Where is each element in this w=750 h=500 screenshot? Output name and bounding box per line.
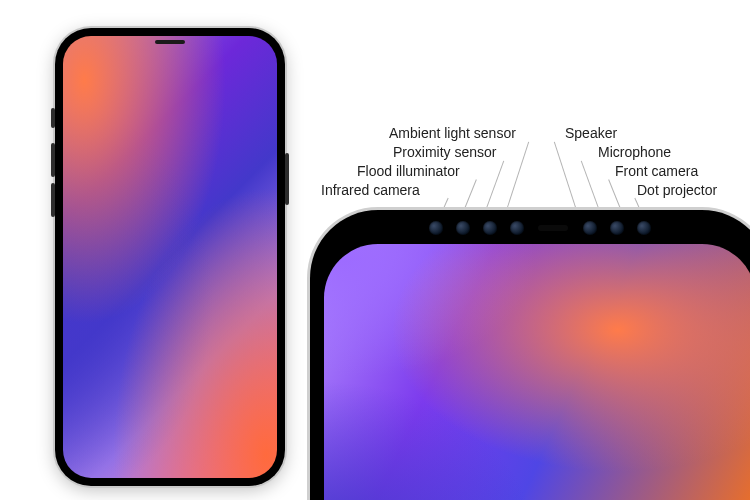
dot-projector-icon [637,221,651,235]
leader-line [504,142,529,217]
ambient-light-sensor-icon [510,221,524,235]
leader-line [554,142,579,217]
leader-line [581,161,602,218]
label-speaker: Speaker [565,125,617,141]
label-microphone: Microphone [598,144,671,160]
flood-illuminator-icon [456,221,470,235]
microphone-icon [583,221,597,235]
volume-up-button [51,143,55,177]
phone-top-closeup [310,210,750,500]
mute-switch [51,108,55,128]
label-dot-projector: Dot projector [637,182,717,198]
phone-full [55,28,285,486]
speaker-grille-icon [538,225,568,231]
label-proximity-sensor: Proximity sensor [393,144,496,160]
phone-screen [324,244,750,500]
phone-screen [63,36,277,478]
proximity-sensor-icon [483,221,497,235]
diagram-stage: Ambient light sensor Proximity sensor Fl… [0,0,750,500]
leader-line [483,161,504,218]
volume-down-button [51,183,55,217]
label-infrared-camera: Infrared camera [321,182,420,198]
label-flood-illuminator: Flood illuminator [357,163,460,179]
front-camera-icon [610,221,624,235]
earpiece-slot [155,40,185,44]
label-front-camera: Front camera [615,163,698,179]
infrared-camera-icon [429,221,443,235]
label-ambient-light-sensor: Ambient light sensor [389,125,516,141]
power-button [285,153,289,205]
sensor-array [425,218,655,238]
